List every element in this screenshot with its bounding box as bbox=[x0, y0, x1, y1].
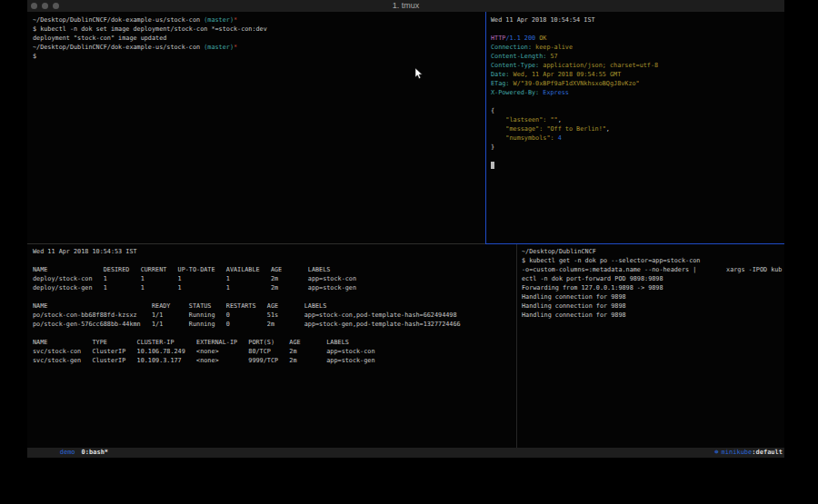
pane-divider-horizontal-right[interactable] bbox=[485, 243, 784, 244]
terminal-line: $ kubectl -n dok set image deployment/st… bbox=[33, 25, 491, 34]
tmux-session-name: demo bbox=[60, 449, 75, 456]
terminal-line: "lastseen": "", bbox=[491, 115, 789, 124]
pane-http-response[interactable]: Wed 11 Apr 2018 10:54:54 ISTHTTP/1.1 200… bbox=[486, 12, 789, 247]
terminal-line: { bbox=[491, 106, 789, 115]
terminal-line: Content-Type: application/json; charset=… bbox=[491, 61, 789, 70]
terminal-line bbox=[491, 25, 789, 34]
tmux-window-label[interactable]: 0:bash* bbox=[82, 449, 109, 456]
pane-divider-vertical-bottom[interactable] bbox=[516, 244, 517, 448]
tmux-status-bar: demo0:bash* ☸minikube:default bbox=[27, 448, 784, 458]
terminal-line: Wed 11 Apr 2018 10:54:54 IST bbox=[491, 15, 789, 25]
terminal-line: Connection: keep-alive bbox=[491, 43, 789, 52]
terminal-line: ~/Desktop/DublinCNCF bbox=[522, 247, 789, 256]
terminal-line: Handling connection for 9898 bbox=[522, 292, 789, 301]
mouse-cursor bbox=[414, 67, 424, 80]
terminal-line: Wed 11 Apr 2018 10:54:53 IST bbox=[33, 247, 522, 256]
terminal-line: deploy/stock-gen 1 1 1 1 2m app=stock-ge… bbox=[33, 283, 522, 292]
terminal-line: HTTP/1.1 200 OK bbox=[491, 34, 789, 43]
terminal-line: ETag: W/"39-0xBPf9aF1dXVNkhsxoBQgJ8vKzo" bbox=[491, 79, 789, 88]
terminal-line bbox=[33, 292, 522, 301]
kube-context-namespace: :default bbox=[752, 449, 783, 456]
terminal-line: deployment "stock-con" image updated bbox=[33, 34, 491, 43]
terminal-line: ~/Desktop/DublinCNCF/dok-example-us/stoc… bbox=[33, 43, 491, 52]
status-right: ☸minikube:default bbox=[684, 438, 784, 468]
terminal-line: Date: Wed, 11 Apr 2018 09:54:55 GMT bbox=[491, 70, 789, 79]
terminal-line: "numsymbols": 4 bbox=[491, 133, 789, 143]
terminal-line: -o=custom-columns=:metadata.name --no-he… bbox=[522, 265, 789, 274]
pane-divider-vertical-top[interactable] bbox=[485, 12, 486, 244]
terminal-line: Handling connection for 9898 bbox=[522, 301, 789, 311]
window-title-bar[interactable]: 1. tmux bbox=[27, 0, 784, 12]
status-left: demo0:bash* bbox=[27, 438, 108, 468]
terminal-line: Content-Length: 57 bbox=[491, 52, 789, 61]
terminal-line: NAME READY STATUS RESTARTS AGE LABELS bbox=[33, 301, 522, 311]
terminal-window: 1. tmux ~/Desktop/DublinCNCF/dok-example… bbox=[27, 0, 784, 458]
terminal-line: svc/stock-con ClusterIP 10.106.78.249 <n… bbox=[33, 347, 522, 356]
pane-port-forward[interactable]: ~/Desktop/DublinCNCF$ kubectl get -n dok… bbox=[517, 244, 789, 450]
terminal-line bbox=[33, 329, 522, 338]
terminal-line: svc/stock-gen ClusterIP 10.109.3.177 <no… bbox=[33, 356, 522, 365]
terminal-line: $ kubectl get -n dok po --selector=app=s… bbox=[522, 256, 789, 265]
terminal-line: X-Powered-By: Express bbox=[491, 88, 789, 97]
desktop: 1. tmux ~/Desktop/DublinCNCF/dok-example… bbox=[0, 0, 818, 504]
terminal-line: ~/Desktop/DublinCNCF/dok-example-us/stoc… bbox=[33, 15, 491, 25]
terminal-line: $ bbox=[33, 52, 491, 61]
pane-divider-horizontal-left[interactable] bbox=[27, 243, 485, 244]
terminal-line: NAME DESIRED CURRENT UP-TO-DATE AVAILABL… bbox=[33, 265, 522, 274]
window-title: 1. tmux bbox=[27, 0, 784, 12]
terminal-line: po/stock-gen-576cc688bb-44kmn 1/1 Runnin… bbox=[33, 320, 522, 329]
terminal-line bbox=[491, 152, 789, 161]
kubernetes-helm-icon: ☸ bbox=[714, 449, 718, 456]
terminal-line: NAME TYPE CLUSTER-IP EXTERNAL-IP PORT(S)… bbox=[33, 338, 522, 347]
terminal-line: "message": "Off to Berlin!", bbox=[491, 124, 789, 133]
kube-context-name: minikube bbox=[722, 449, 753, 456]
terminal-line bbox=[491, 161, 789, 170]
terminal-line: } bbox=[491, 143, 789, 152]
terminal-line: Handling connection for 9898 bbox=[522, 311, 789, 320]
terminal-line bbox=[33, 256, 522, 265]
terminal-line: deploy/stock-con 1 1 1 1 2m app=stock-co… bbox=[33, 274, 522, 283]
terminal-line bbox=[491, 97, 789, 106]
terminal-line: ectl -n dok port-forward POD 9898:9898 bbox=[522, 274, 789, 283]
terminal-line: po/stock-con-bb68f88fd-kzsxz 1/1 Running… bbox=[33, 311, 522, 320]
terminal-line: Forwarding from 127.0.0.1:9898 -> 9898 bbox=[522, 283, 789, 292]
pane-shell-top-left[interactable]: ~/Desktop/DublinCNCF/dok-example-us/stoc… bbox=[27, 12, 491, 247]
pane-kubectl-watch[interactable]: Wed 11 Apr 2018 10:54:53 ISTNAME DESIRED… bbox=[27, 244, 522, 450]
